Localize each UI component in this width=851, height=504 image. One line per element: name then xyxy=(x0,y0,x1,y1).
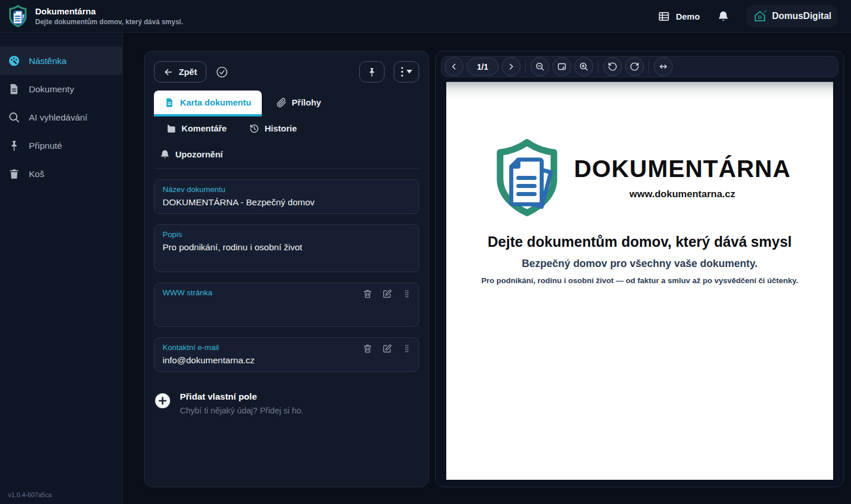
field-website[interactable]: WWW stránka xyxy=(154,283,419,327)
tab-document-card[interactable]: Karta dokumentu xyxy=(154,91,262,116)
house-d-icon: D xyxy=(752,9,767,24)
rotate-ccw-icon xyxy=(608,62,617,72)
app-header: Dokumentárna Dejte dokumentům domov, kte… xyxy=(0,0,851,33)
fit-to-screen-icon xyxy=(557,62,567,72)
field-value: Pro podnikání, rodinu i osobní život xyxy=(163,242,411,253)
chevron-down-icon xyxy=(406,70,412,74)
bell-icon xyxy=(160,149,170,160)
history-icon xyxy=(249,123,259,134)
tab-notifications[interactable]: Upozornění xyxy=(154,142,287,168)
dokumentarna-logo xyxy=(489,137,565,218)
field-label: Popis xyxy=(163,230,411,239)
add-field-title: Přidat vlastní pole xyxy=(180,392,303,402)
search-icon xyxy=(8,111,20,123)
sidebar-item-label: AI vyhledávání xyxy=(29,112,88,123)
sidebar-item-ai-search[interactable]: AI vyhledávání xyxy=(0,103,122,131)
field-value: DOKUMENTÁRNA - Bezpečný domov xyxy=(163,197,411,208)
dashboard-icon xyxy=(8,55,20,67)
tab-attachments[interactable]: Přílohy xyxy=(262,91,336,116)
sidebar-item-trash[interactable]: Koš xyxy=(0,160,122,188)
table-icon xyxy=(658,10,670,22)
drag-handle-icon[interactable] xyxy=(402,344,412,353)
notifications-button[interactable] xyxy=(717,10,729,22)
back-button-label: Zpět xyxy=(179,67,197,77)
previous-page-button[interactable] xyxy=(445,57,464,76)
sidebar-item-pinned[interactable]: Připnuté xyxy=(0,131,122,160)
kebab-menu-icon xyxy=(401,66,404,77)
tab-label: Komentáře xyxy=(182,123,227,133)
delete-field-icon[interactable] xyxy=(363,289,372,299)
document-brand-title: DOKUMENTÁRNA xyxy=(574,155,791,183)
field-description[interactable]: Popis Pro podnikání, rodinu i osobní živ… xyxy=(154,224,419,272)
field-value: info@dokumentarna.cz xyxy=(163,355,411,366)
sidebar-item-dashboard[interactable]: Nástěnka xyxy=(0,47,122,75)
paperclip-icon xyxy=(276,97,287,108)
document-detail-card: Zpět xyxy=(144,51,429,487)
field-document-name[interactable]: Název dokumentu DOKUMENTÁRNA - Bezpečný … xyxy=(154,179,419,214)
app-logo-icon xyxy=(7,5,29,28)
document-tagline: Pro podnikání, rodinu i osobní život — o… xyxy=(446,276,833,285)
add-custom-field-button[interactable]: Přidat vlastní pole Chybí ti nějaký údaj… xyxy=(154,392,419,415)
tab-label: Přílohy xyxy=(292,97,321,107)
document-website: www.dokumentarna.cz xyxy=(630,189,736,200)
toolbar-separator xyxy=(649,60,649,74)
bell-icon xyxy=(717,10,729,22)
fit-width-button[interactable] xyxy=(654,57,673,76)
edit-field-icon[interactable] xyxy=(382,344,392,353)
pin-icon xyxy=(367,67,377,77)
add-field-subtitle: Chybí ti nějaký údaj? Přidej si ho. xyxy=(180,406,303,415)
arrows-horizontal-icon xyxy=(658,62,668,72)
back-button[interactable]: Zpět xyxy=(154,61,206,82)
edit-field-icon[interactable] xyxy=(382,289,392,299)
trash-icon xyxy=(8,168,20,180)
saved-check-icon xyxy=(216,66,228,78)
document-subheadline: Bezpečný domov pro všechny vaše dokument… xyxy=(446,258,833,270)
document-tabs: Karta dokumentu Přílohy Komentáře xyxy=(154,91,419,169)
field-value xyxy=(163,300,411,311)
field-contact-email[interactable]: Kontaktní e-mail info@dokumentarna.cz xyxy=(154,337,419,372)
document-icon xyxy=(8,83,20,95)
more-actions-button[interactable] xyxy=(394,61,419,82)
zoom-out-icon xyxy=(535,62,545,72)
app-title: Dokumentárna xyxy=(35,6,183,16)
workspace-switcher[interactable]: Demo xyxy=(658,10,700,22)
rotate-counterclockwise-button[interactable] xyxy=(603,57,622,76)
tab-label: Historie xyxy=(265,123,297,133)
sidebar-item-label: Nástěnka xyxy=(29,56,66,66)
app-version: v1.0.4-607a5ca xyxy=(0,491,122,504)
fit-to-screen-button[interactable] xyxy=(552,57,571,76)
delete-field-icon[interactable] xyxy=(363,344,372,353)
pin-icon xyxy=(8,140,20,152)
document-icon xyxy=(164,97,175,108)
zoom-out-button[interactable] xyxy=(530,57,549,76)
rotate-cw-icon xyxy=(630,62,639,72)
sidebar-item-label: Koš xyxy=(29,169,44,179)
document-page: DOKUMENTÁRNA www.dokumentarna.cz Dejte d… xyxy=(446,82,833,480)
zoom-in-icon xyxy=(579,62,589,72)
comment-icon xyxy=(166,123,176,134)
pin-document-button[interactable] xyxy=(359,61,385,82)
tab-comments[interactable]: Komentáře xyxy=(154,116,239,142)
field-label: Název dokumentu xyxy=(163,185,411,194)
account-button[interactable]: D DomusDigital xyxy=(747,5,837,27)
account-label: DomusDigital xyxy=(772,11,831,21)
tab-history[interactable]: Historie xyxy=(239,116,372,142)
app-brand: Dokumentárna Dejte dokumentům domov, kte… xyxy=(7,5,183,28)
sidebar-item-documents[interactable]: Dokumenty xyxy=(0,75,122,103)
app-subtitle: Dejte dokumentům domov, který dává smysl… xyxy=(35,18,183,26)
arrow-left-icon xyxy=(163,67,174,77)
document-preview-panel: 1/1 xyxy=(435,51,844,487)
toolbar-separator xyxy=(598,60,598,74)
plus-icon[interactable] xyxy=(155,393,170,408)
drag-handle-icon[interactable] xyxy=(402,289,412,299)
chevron-left-icon xyxy=(449,62,459,72)
rotate-clockwise-button[interactable] xyxy=(625,57,644,76)
preview-toolbar: 1/1 xyxy=(441,56,838,77)
workspace-label: Demo xyxy=(676,12,700,21)
tab-label: Karta dokumentu xyxy=(180,97,251,107)
zoom-in-button[interactable] xyxy=(574,57,593,76)
sidebar: Nástěnka Dokumenty AI vyhledávání xyxy=(0,33,123,504)
chevron-right-icon xyxy=(506,62,516,72)
sidebar-item-label: Dokumenty xyxy=(29,84,74,95)
next-page-button[interactable] xyxy=(502,57,521,76)
